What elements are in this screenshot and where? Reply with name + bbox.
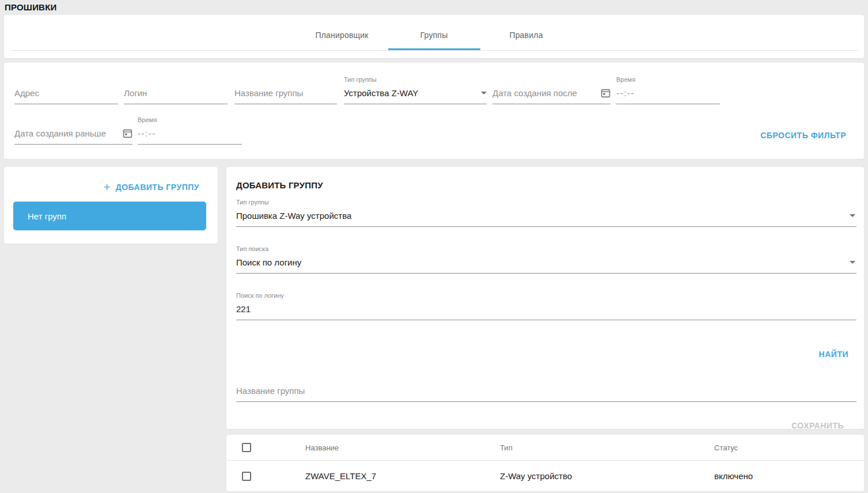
group-list-item-empty[interactable]: Нет групп: [13, 202, 206, 230]
group-type-value: Устройства Z-WAY: [344, 88, 418, 98]
new-group-name-input[interactable]: [236, 386, 856, 396]
select-all-checkbox[interactable]: [242, 443, 251, 452]
tabs-card: Планировщик Группы Правила: [4, 15, 864, 58]
header-status: Статус: [714, 443, 864, 452]
tab-rules[interactable]: Правила: [480, 15, 573, 50]
filter-card: Тип группы Устройства Z-WAY Время: [4, 63, 864, 159]
calendar-icon[interactable]: [601, 88, 611, 98]
form-login-search-field: Поиск по логину: [236, 292, 856, 320]
chevron-down-icon: [850, 261, 855, 264]
header-checkbox-cell: [242, 443, 305, 452]
tab-groups[interactable]: Группы: [388, 15, 480, 50]
header-name: Название: [305, 443, 500, 452]
form-search-type-value: Поиск по логину: [236, 257, 301, 267]
right-column: ДОБАВИТЬ ГРУППУ Тип группы Прошивка Z-Wa…: [226, 167, 864, 491]
login-input[interactable]: [124, 88, 228, 98]
filter-group-name-field: [234, 88, 337, 104]
add-group-button[interactable]: + ДОБАВИТЬ ГРУППУ: [13, 183, 199, 192]
form-group-type-field: Тип группы Прошивка Z-Way устройства: [236, 199, 856, 227]
form-name-field: [236, 381, 856, 402]
add-group-form: ДОБАВИТЬ ГРУППУ Тип группы Прошивка Z-Wa…: [226, 167, 864, 429]
form-title: ДОБАВИТЬ ГРУППУ: [236, 180, 856, 190]
time-after-label: Время: [616, 76, 720, 84]
form-group-type-label: Тип группы: [236, 199, 856, 206]
row-checkbox-cell: [242, 472, 305, 481]
filter-row-2: Время СБРОСИТЬ ФИЛЬТР: [14, 116, 854, 145]
filter-time-after-field: Время: [616, 76, 720, 104]
group-name-input[interactable]: [234, 88, 337, 98]
filter-created-before-field: [14, 128, 132, 145]
content-row: + ДОБАВИТЬ ГРУППУ Нет групп ДОБАВИТЬ ГРУ…: [4, 167, 864, 491]
plus-icon: +: [103, 183, 110, 192]
time-before-input[interactable]: [138, 128, 242, 138]
table-row[interactable]: ZWAVE_ELTEX_7 Z-Way устройство включено: [226, 461, 864, 491]
tabs-divider: [10, 50, 858, 51]
form-group-type-value: Прошивка Z-Way устройства: [236, 211, 351, 221]
tab-bar: Планировщик Группы Правила: [4, 15, 864, 50]
page: ПРОШИВКИ Планировщик Группы Правила: [0, 0, 868, 491]
calendar-icon[interactable]: [123, 128, 132, 138]
filter-group-type-field: Тип группы Устройства Z-WAY: [344, 76, 487, 104]
save-row: СОХРАНИТЬ: [236, 420, 856, 431]
add-group-label: ДОБАВИТЬ ГРУППУ: [116, 183, 199, 192]
filter-login-field: [124, 88, 228, 104]
chevron-down-icon: [850, 214, 855, 217]
filter-address-field: [14, 88, 118, 104]
devices-table: Название Тип Статус ZWAVE_ELTEX_7 Z-Way …: [226, 435, 864, 491]
form-search-type-label: Тип поиска: [236, 245, 856, 253]
save-button[interactable]: СОХРАНИТЬ: [788, 420, 847, 431]
table-header-row: Название Тип Статус: [226, 435, 864, 461]
chevron-down-icon: [481, 92, 487, 94]
tab-scheduler[interactable]: Планировщик: [296, 15, 388, 50]
form-search-type-select[interactable]: Поиск по логину: [236, 253, 856, 274]
header-type: Тип: [500, 443, 714, 452]
login-search-input[interactable]: [236, 304, 856, 314]
reset-filter-button[interactable]: СБРОСИТЬ ФИЛЬТР: [760, 131, 846, 145]
address-input[interactable]: [14, 88, 118, 98]
row-status: включено: [714, 471, 864, 481]
groups-panel: + ДОБАВИТЬ ГРУППУ Нет групп: [4, 167, 218, 244]
form-search-type-field: Тип поиска Поиск по логину: [236, 245, 856, 274]
created-before-input[interactable]: [14, 128, 123, 138]
filter-created-after-field: [492, 88, 611, 104]
group-type-select[interactable]: Устройства Z-WAY: [344, 88, 487, 104]
find-button[interactable]: НАЙТИ: [816, 349, 852, 359]
find-row: НАЙТИ: [236, 349, 856, 359]
group-item-label: Нет групп: [28, 211, 66, 221]
filter-time-before-field: Время: [138, 116, 242, 145]
page-title: ПРОШИВКИ: [0, 0, 868, 15]
filter-row-1: Тип группы Устройства Z-WAY Время: [14, 76, 854, 104]
group-type-label: Тип группы: [344, 76, 487, 84]
row-checkbox[interactable]: [242, 472, 251, 481]
form-group-type-select[interactable]: Прошивка Z-Way устройства: [236, 206, 856, 227]
time-after-input[interactable]: [616, 88, 720, 98]
row-name: ZWAVE_ELTEX_7: [305, 471, 500, 481]
time-before-label: Время: [138, 116, 242, 124]
row-type: Z-Way устройство: [500, 471, 714, 481]
created-after-input[interactable]: [492, 88, 601, 98]
form-login-search-label: Поиск по логину: [236, 292, 856, 299]
